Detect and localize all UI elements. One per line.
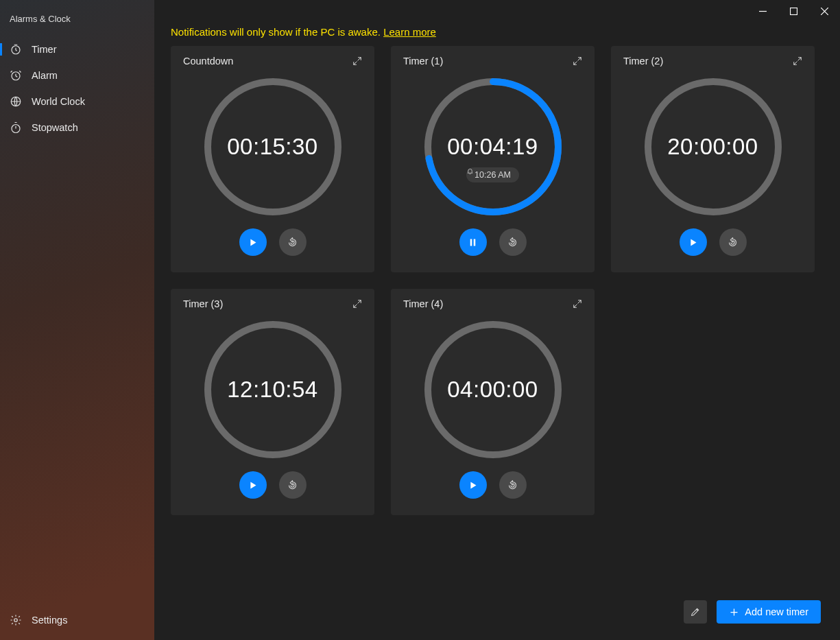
timer-card: Timer (2) 20:00:00 xyxy=(611,46,815,272)
stopwatch-icon xyxy=(10,121,22,134)
main: Notifications will only show if the PC i… xyxy=(154,0,840,640)
sidebar: Alarms & Clock Timer Alarm World Clock S… xyxy=(0,0,154,640)
timer-title: Timer (1) xyxy=(403,56,443,67)
globe-icon xyxy=(10,95,22,108)
title-bar xyxy=(154,0,840,22)
expand-icon[interactable] xyxy=(793,56,802,66)
sidebar-item-label: Alarm xyxy=(32,70,58,81)
settings-label: Settings xyxy=(32,615,67,626)
timer-title: Timer (3) xyxy=(183,298,223,309)
play-button[interactable] xyxy=(239,228,267,256)
expand-icon[interactable] xyxy=(352,56,362,66)
timer-card: Timer (1) 00:04:1910:26 AM xyxy=(391,46,595,272)
svg-rect-11 xyxy=(474,239,476,246)
add-new-timer-button[interactable]: Add new timer xyxy=(717,600,821,624)
sidebar-item-world-clock[interactable]: World Clock xyxy=(0,88,154,115)
play-button[interactable] xyxy=(459,471,487,499)
timer-time: 04:00:00 xyxy=(447,377,538,403)
svg-rect-5 xyxy=(791,8,797,14)
pause-button[interactable] xyxy=(459,228,487,256)
sidebar-item-label: Timer xyxy=(32,44,57,55)
alarm-icon xyxy=(10,69,22,82)
timer-time: 00:15:30 xyxy=(227,134,317,160)
timer-time: 20:00:00 xyxy=(667,134,758,160)
add-timer-label: Add new timer xyxy=(745,606,808,617)
close-button[interactable] xyxy=(809,0,840,22)
timer-title: Timer (2) xyxy=(623,56,663,67)
play-button[interactable] xyxy=(680,228,707,256)
sidebar-item-settings[interactable]: Settings xyxy=(0,606,154,640)
timer-time: 00:04:19 xyxy=(447,134,538,160)
gear-icon xyxy=(10,614,22,626)
timer-icon xyxy=(10,43,22,56)
svg-rect-10 xyxy=(470,239,472,246)
timer-card: Timer (4) 04:00:00 xyxy=(391,289,595,515)
timer-card: Countdown 00:15:30 xyxy=(171,46,374,272)
nav-list: Timer Alarm World Clock Stopwatch xyxy=(0,36,154,141)
bell-icon xyxy=(466,167,474,175)
timer-grid: Countdown 00:15:30 Timer (1) 00:04:1910:… xyxy=(154,46,840,515)
plus-icon xyxy=(729,607,739,617)
expand-icon[interactable] xyxy=(352,299,362,309)
sidebar-item-stopwatch[interactable]: Stopwatch xyxy=(0,115,154,141)
expand-icon[interactable] xyxy=(573,299,582,309)
timer-time: 12:10:54 xyxy=(227,377,317,403)
reset-button[interactable] xyxy=(499,228,527,256)
completion-time: 10:26 AM xyxy=(475,170,511,180)
timer-title: Countdown xyxy=(183,56,233,67)
reset-button[interactable] xyxy=(279,471,307,499)
notification-banner: Notifications will only show if the PC i… xyxy=(154,22,840,46)
maximize-button[interactable] xyxy=(778,0,809,22)
notice-text: Notifications will only show if the PC i… xyxy=(171,26,383,38)
timer-title: Timer (4) xyxy=(403,298,443,309)
app-title: Alarms & Clock xyxy=(0,14,154,36)
sidebar-item-timer[interactable]: Timer xyxy=(0,36,154,62)
svg-point-4 xyxy=(14,619,18,622)
edit-timers-button[interactable] xyxy=(684,600,707,624)
sidebar-item-alarm[interactable]: Alarm xyxy=(0,62,154,88)
play-button[interactable] xyxy=(239,471,267,499)
pencil-icon xyxy=(690,606,701,617)
footer: Add new timer xyxy=(684,600,821,624)
sidebar-item-label: World Clock xyxy=(32,96,85,107)
completion-time-badge: 10:26 AM xyxy=(466,167,519,182)
reset-button[interactable] xyxy=(279,228,307,256)
timer-card: Timer (3) 12:10:54 xyxy=(171,289,374,515)
minimize-button[interactable] xyxy=(747,0,778,22)
learn-more-link[interactable]: Learn more xyxy=(383,26,436,38)
sidebar-item-label: Stopwatch xyxy=(32,122,78,133)
reset-button[interactable] xyxy=(719,228,747,256)
expand-icon[interactable] xyxy=(573,56,582,66)
reset-button[interactable] xyxy=(499,471,527,499)
